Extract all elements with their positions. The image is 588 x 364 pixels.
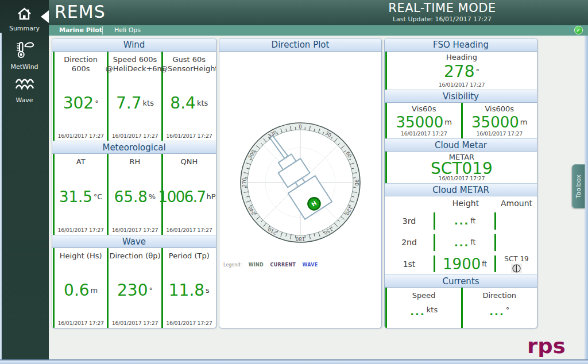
- wind-gust-cell: Gust 60s@SensorHeight 8.4kts 16/01/2017 …: [161, 52, 215, 141]
- cell-label: @SensorHeight: [160, 64, 216, 73]
- last-update: Last Update: 16/01/2017 17:27: [353, 16, 531, 23]
- vis60s-value: 35000: [396, 114, 444, 131]
- timestamp: 16/01/2017 17:27: [439, 82, 485, 88]
- timestamp: 16/01/2017 17:27: [112, 133, 158, 139]
- cell-label: Speed: [412, 291, 436, 300]
- cloud-metar-section: Cloud Metar METAR SCT019 16/01/2017 17:2…: [385, 138, 537, 183]
- row-label: 3rd: [385, 210, 434, 231]
- timestamp: 16/01/2017 17:27: [401, 130, 447, 137]
- window-bottom-border: [0, 359, 588, 364]
- unit: kts: [143, 99, 154, 107]
- unit: m: [520, 118, 528, 126]
- col-amount: Amount: [496, 199, 537, 208]
- direction-plot-panel: Direction Plot: [219, 38, 382, 328]
- fso-heading-value: 278: [444, 62, 474, 81]
- cloud1-height-value: 1900: [443, 255, 481, 273]
- tab-separator: [102, 26, 103, 34]
- legend-wind: WIND: [249, 262, 264, 268]
- sidebar-item-metwind[interactable]: MetWind: [0, 40, 49, 71]
- timestamp: 16/01/2017 17:27: [439, 175, 485, 181]
- timestamp: 16/01/2017 17:27: [166, 320, 212, 326]
- wave-section: Wave Height (Hs) 0.6m 16/01/2017 17:27 D…: [52, 235, 216, 328]
- humidity-cell: RH 65.8% 16/01/2017 17:27: [107, 154, 161, 234]
- svg-text:0: 0: [299, 124, 301, 130]
- unit: kts: [427, 305, 438, 314]
- cloud2-amount: [496, 232, 537, 253]
- wind-section-title: Wind: [52, 38, 216, 52]
- cell-label: QNH: [180, 157, 198, 166]
- timestamp: 16/01/2017 17:27: [166, 133, 212, 139]
- sidebar: Summary MetWind: [0, 0, 49, 359]
- sidebar-item-label: Summary: [0, 25, 49, 32]
- plot-legend: Legend: WIND CURRENT WAVE: [223, 262, 318, 268]
- legend-wave: WAVE: [302, 262, 318, 268]
- cell-label: Direction: [482, 291, 516, 300]
- unit: °C: [94, 192, 103, 201]
- rps-logo: rps: [527, 335, 566, 358]
- unit: °: [149, 286, 153, 295]
- wind-section: Wind Direction600s 302° 16/01/2017 17:27…: [52, 38, 216, 141]
- cell-label: Direction: [64, 55, 98, 64]
- wave-icon: [14, 77, 35, 93]
- timestamp: 16/01/2017 17:27: [57, 227, 103, 233]
- vis60s-cell: Vis60s 35000m 16/01/2017 17:27: [385, 103, 461, 139]
- timestamp: 16/01/2017 17:27: [166, 227, 212, 233]
- unit: °: [95, 99, 99, 107]
- cloud-row-2nd: 2nd ...ft: [385, 232, 537, 253]
- cloud-row-1st: 1st 1900ft SCT 19: [385, 253, 537, 274]
- cloud-row-3rd: 3rd ...ft: [385, 210, 537, 231]
- svg-text:180: 180: [296, 236, 305, 242]
- timestamp: 16/01/2017 17:27: [112, 227, 158, 233]
- unit: ft: [482, 260, 487, 268]
- unit: kts: [197, 99, 208, 107]
- direction-plot-title: Direction Plot: [219, 38, 381, 52]
- metar-cell: METAR SCT019 16/01/2017 17:27: [385, 152, 536, 183]
- rems-window: REMS REAL-TIME MODE Last Update: 16/01/2…: [0, 0, 588, 364]
- unit: °: [475, 67, 479, 76]
- wind-gust-value: 8.4: [170, 94, 196, 113]
- humidity-value: 65.8: [114, 188, 148, 206]
- svg-text:90: 90: [354, 180, 359, 186]
- sidebar-item-wave[interactable]: Wave: [0, 77, 49, 104]
- cell-label: Speed 600s: [106, 55, 165, 64]
- mode-title: REAL-TIME MODE: [353, 1, 531, 15]
- tab-heli-ops[interactable]: Heli Ops: [114, 25, 141, 36]
- timestamp: 16/01/2017 17:27: [57, 133, 103, 139]
- wind-speed-cell: Speed 600s@HeliDeck+6m 7.7kts 16/01/2017…: [107, 52, 161, 141]
- air-temp-value: 31.5: [59, 188, 92, 206]
- wave-height-cell: Height (Hs) 0.6m 16/01/2017 17:27: [53, 248, 107, 328]
- wind-direction-value: 302: [63, 94, 94, 113]
- wave-period-cell: Period (Tp) 11.8s 16/01/2017 17:27: [161, 248, 215, 328]
- unit: m: [444, 118, 452, 126]
- compass-plot: H 0306090120150180210240270300330: [237, 119, 364, 246]
- wind-direction-cell: Direction600s 302° 16/01/2017 17:27: [53, 52, 107, 141]
- unit: ft: [470, 238, 475, 246]
- tab-marine-pilot[interactable]: Marine Pilot: [59, 25, 102, 36]
- cloud-metar-title: Cloud Metar: [385, 138, 537, 152]
- tab-bar: Marine Pilot Heli Ops ✓: [0, 25, 588, 36]
- fso-heading-section: FSO Heading Heading 278° 16/01/2017 17:2…: [385, 38, 537, 90]
- unit: hPa: [207, 192, 216, 201]
- row-label: 2nd: [385, 232, 434, 253]
- cloud2-height-value: ...: [454, 237, 470, 249]
- window-left-border: [0, 33, 2, 359]
- toolbox-tab[interactable]: Toolbox: [572, 164, 585, 208]
- current-direction-cell: Direction ...°: [461, 288, 537, 328]
- visibility-title: Visibility: [385, 90, 537, 103]
- fso-panel: FSO Heading Heading 278° 16/01/2017 17:2…: [384, 38, 537, 328]
- cloud-metar-table-section: Cloud METAR Height Amount 3rd ...ft 2nd: [385, 183, 537, 274]
- svg-text:270: 270: [242, 178, 247, 187]
- cell-label: Period (Tp): [169, 251, 210, 261]
- sidebar-item-label: Wave: [0, 96, 49, 104]
- row-label: 1st: [385, 253, 434, 274]
- col-height: Height: [435, 199, 496, 208]
- cell-label: 600s: [64, 64, 98, 73]
- home-icon: [17, 7, 32, 21]
- wind-speed-value: 7.7: [116, 94, 142, 113]
- unit: s: [206, 286, 210, 295]
- currents-title: Currents: [385, 274, 537, 288]
- pressure-cell: QNH 1006.7hPa 16/01/2017 17:27: [161, 154, 215, 234]
- sidebar-item-label: MetWind: [0, 63, 49, 71]
- unit: m: [91, 286, 98, 295]
- wave-direction-value: 230: [117, 281, 148, 300]
